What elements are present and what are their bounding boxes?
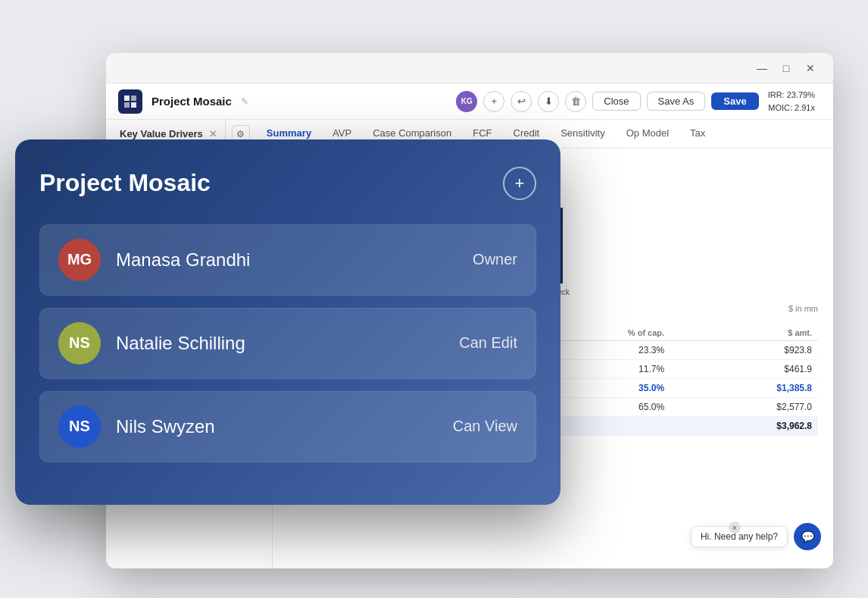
cell-amt-1: $923.8 [670, 341, 818, 360]
save-button[interactable]: Save [711, 92, 758, 110]
svg-rect-2 [124, 102, 130, 108]
modal-add-button[interactable]: + [503, 167, 536, 200]
user-name-ns1: Natalie Schilling [116, 333, 444, 354]
sharing-modal: Project Mosaic + MG Manasa Grandhi Owner… [15, 139, 560, 505]
svg-rect-1 [131, 95, 136, 101]
user-avatar-btn[interactable]: KG [456, 91, 477, 112]
close-window-button[interactable]: ✕ [800, 58, 821, 79]
user-avatar-ns1: NS [58, 322, 101, 365]
tab-tax[interactable]: Tax [679, 120, 716, 148]
modal-header: Project Mosaic + [39, 167, 536, 200]
app-logo [118, 89, 142, 114]
user-row-ns1[interactable]: NS Natalie Schilling Can Edit [39, 308, 536, 379]
edit-title-icon[interactable]: ✎ [241, 96, 248, 107]
irr-value: IRR: 23.79% [768, 89, 815, 102]
download-icon-btn[interactable]: ⬇ [538, 91, 559, 112]
user-role-ns1: Can Edit [459, 334, 517, 352]
cell-amt-4: $2,577.0 [670, 398, 818, 417]
project-title: Project Mosaic [151, 95, 232, 108]
add-icon-btn[interactable]: + [483, 91, 504, 112]
modal-title: Project Mosaic [39, 169, 211, 197]
chat-icon-button[interactable]: 💬 [794, 523, 821, 550]
tab-sensitivity[interactable]: Sensitivity [550, 120, 616, 148]
user-avatar-mg: MG [58, 239, 101, 281]
user-row-mg[interactable]: MG Manasa Grandhi Owner [39, 224, 536, 296]
user-name-ns2: Nils Swyzen [116, 416, 438, 437]
close-button[interactable]: Close [592, 92, 640, 111]
user-avatar-ns2: NS [58, 405, 101, 448]
save-as-button[interactable]: Save As [647, 92, 706, 111]
irr-info: IRR: 23.79% MOIC: 2.91x [768, 89, 821, 114]
tab-op-model[interactable]: Op Model [616, 120, 679, 148]
trash-icon-btn[interactable]: 🗑 [565, 91, 586, 112]
key-drivers-title: Key Value Drivers [120, 128, 203, 139]
cell-amt-total: $3,962.8 [670, 417, 818, 436]
user-row-ns2[interactable]: NS Nils Swyzen Can View [39, 391, 536, 462]
user-role-mg: Owner [473, 251, 517, 268]
user-role-ns2: Can View [453, 418, 517, 435]
undo-icon-btn[interactable]: ↩ [510, 91, 532, 112]
svg-rect-0 [124, 95, 130, 101]
cell-amt-2: $461.9 [670, 360, 818, 379]
minimize-button[interactable]: — [751, 58, 773, 79]
cell-amt-3: $1,385.8 [670, 379, 818, 398]
moic-value: MOIC: 2.91x [768, 102, 815, 114]
chat-area: Hi. Need any help? × 💬 [691, 523, 821, 550]
svg-rect-3 [131, 102, 136, 108]
user-name-mg: Manasa Grandhi [116, 249, 457, 271]
close-key-drivers-icon[interactable]: ✕ [209, 128, 217, 139]
close-chat-button[interactable]: × [729, 521, 741, 534]
maximize-button[interactable]: □ [776, 58, 797, 79]
col-header-amt: $ amt. [670, 325, 818, 341]
top-bar-actions: KG + ↩ ⬇ 🗑 Close Save As Save [456, 91, 758, 112]
top-bar: Project Mosaic ✎ KG + ↩ ⬇ 🗑 Close Save A… [106, 83, 833, 120]
window-chrome: — □ ✕ [106, 53, 833, 83]
